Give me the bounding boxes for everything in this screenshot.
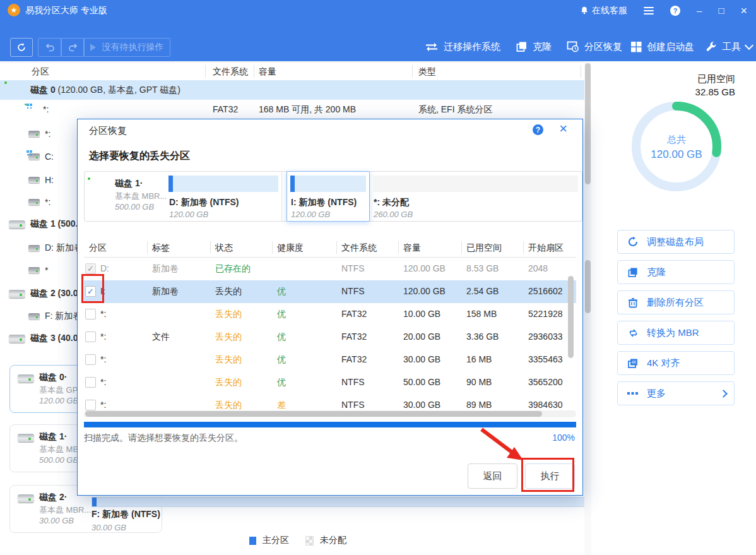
segment-unallocated[interactable]: *: 未分配 260.00 GB bbox=[370, 172, 581, 221]
tree-disk-item[interactable]: 磁盘 3 (40.0 bbox=[9, 333, 78, 344]
tree-partition-item[interactable]: *: bbox=[28, 129, 50, 139]
row-checkbox[interactable] bbox=[85, 331, 96, 342]
used-space-label: 已用空间 bbox=[656, 73, 735, 85]
clone-disk-button[interactable]: 克隆 bbox=[617, 260, 735, 284]
cell-sector: 3355463 bbox=[528, 354, 563, 364]
maximize-button[interactable]: □ bbox=[718, 6, 724, 15]
col-filesystem: 文件系统 bbox=[213, 66, 248, 78]
row-checkbox[interactable] bbox=[85, 309, 96, 319]
segment-d[interactable]: D: 新加卷 (NTFS) 120.00 GB bbox=[165, 172, 282, 221]
cell-status: 丢失的 bbox=[215, 286, 242, 297]
dialog-table-row[interactable]: ✓I:新加卷丢失的优NTFS120.00 GB2.54 GB2516602 bbox=[84, 280, 576, 303]
redo-icon bbox=[68, 43, 78, 52]
chevron-right-icon bbox=[719, 390, 728, 398]
partition-bar-f[interactable] bbox=[92, 497, 585, 507]
minimize-button[interactable]: – bbox=[697, 6, 702, 15]
window-chrome: ★ 易我分区大师 专业版 在线客服 ? – □ × bbox=[0, 0, 756, 61]
legend-unallocated-label: 未分配 bbox=[320, 535, 346, 546]
segment-bar bbox=[290, 176, 366, 192]
disk-icon bbox=[18, 494, 34, 503]
dialog-table-row[interactable]: *:丢失的优FAT3210.00 GB158 MB5221928 bbox=[84, 303, 576, 326]
tools-button[interactable]: 工具 bbox=[706, 38, 752, 56]
tree-partition-item[interactable]: C: bbox=[28, 152, 54, 162]
tree-item-label: *: bbox=[45, 129, 50, 139]
cell-capacity: 20.00 GB bbox=[403, 331, 440, 342]
online-service-label: 在线客服 bbox=[592, 5, 627, 16]
efi-partition-row[interactable]: *: FAT32 168 MB 可用, 共 200 MB 系统, EFI 系统分… bbox=[0, 100, 584, 119]
row-checkbox[interactable]: ✓ bbox=[85, 263, 96, 274]
refresh-button[interactable] bbox=[10, 38, 33, 57]
online-service-button[interactable]: 在线客服 bbox=[580, 5, 627, 16]
titlebar: ★ 易我分区大师 专业版 在线客服 ? – □ × bbox=[0, 0, 756, 21]
create-boot-disk-button[interactable]: 创建启动盘 bbox=[631, 38, 694, 56]
undo-button[interactable] bbox=[38, 38, 62, 57]
dialog-help-icon[interactable]: ? bbox=[533, 124, 543, 135]
dialog-table-row[interactable]: *:丢失的优FAT3230.00 GB16 MB3355463 bbox=[84, 349, 576, 371]
cell-used: 8.53 GB bbox=[466, 263, 499, 273]
tree-partition-item[interactable]: * bbox=[28, 265, 48, 275]
delete-all-partitions-button[interactable]: 删除所有分区 bbox=[617, 290, 735, 314]
legend-primary-label: 主分区 bbox=[263, 535, 289, 546]
menu-icon[interactable] bbox=[644, 7, 654, 15]
clone-button[interactable]: 克隆 bbox=[516, 38, 552, 56]
4k-align-button[interactable]: 4K 4K 对齐 bbox=[617, 351, 735, 375]
tree-disk-item[interactable]: 磁盘 2 (30.0 bbox=[9, 288, 78, 299]
cell-fs: NTFS bbox=[341, 377, 365, 387]
4k-icon: 4K bbox=[627, 357, 639, 369]
disk0-row[interactable]: 磁盘 0 (120.00 GB, 基本盘, GPT 磁盘) bbox=[0, 80, 584, 100]
segment-size: 120.00 GB bbox=[169, 210, 208, 219]
cell-sector: 3565200 bbox=[528, 377, 563, 387]
efi-fs: FAT32 bbox=[213, 104, 238, 114]
secondary-scrollbar-thumb[interactable] bbox=[585, 260, 591, 313]
convert-to-mbr-button[interactable]: 转换为 MBR bbox=[617, 321, 735, 345]
tree-partition-item[interactable]: *: bbox=[28, 197, 50, 207]
redo-button[interactable] bbox=[61, 38, 85, 57]
partition-recovery-button[interactable]: 分区恢复 bbox=[567, 38, 622, 56]
dialog-vscroll-thumb[interactable] bbox=[568, 276, 574, 358]
tree-partition-item[interactable]: F: 新加卷 bbox=[28, 311, 81, 322]
refresh-icon bbox=[16, 42, 27, 52]
back-button[interactable]: 返回 bbox=[468, 463, 517, 489]
migrate-os-button[interactable]: 迁移操作系统 bbox=[425, 38, 500, 56]
row-checkbox[interactable] bbox=[85, 400, 96, 410]
tree-partition-item[interactable]: H: bbox=[28, 175, 54, 185]
dialog-subtitle: 选择要恢复的丢失分区 bbox=[89, 150, 190, 163]
clone-disk-label: 克隆 bbox=[647, 266, 666, 278]
cell-capacity: 120.00 GB bbox=[403, 286, 446, 296]
total-value: 120.00 GB bbox=[625, 148, 728, 161]
bell-icon bbox=[580, 6, 589, 15]
chevron-down-icon bbox=[745, 41, 753, 50]
play-icon bbox=[90, 44, 96, 51]
row-checkbox[interactable] bbox=[85, 377, 96, 388]
dialog-table-row[interactable]: *:文件丢失的优FAT3220.00 GB3.36 GB2936033 bbox=[84, 326, 576, 349]
tree-disk-item[interactable]: 磁盘 1 (500. bbox=[9, 218, 78, 230]
partition-f-label: F: 新加卷 (NTFS) bbox=[92, 509, 160, 519]
segment-bar-unallocated bbox=[373, 176, 578, 192]
row-checkbox[interactable] bbox=[85, 354, 96, 365]
dialog-table-row[interactable]: ✓D:新加卷已存在的NTFS120.00 GB8.53 GB2048 bbox=[84, 258, 576, 280]
app-logo-icon: ★ bbox=[8, 4, 20, 16]
row-checkbox[interactable]: ✓ bbox=[85, 286, 96, 297]
execute-button[interactable]: 执行 bbox=[525, 463, 575, 489]
partition-icon bbox=[28, 245, 40, 251]
dialog-close-icon[interactable]: × bbox=[559, 122, 567, 136]
close-button[interactable]: × bbox=[740, 5, 747, 16]
segment-i-selected[interactable]: I: 新加卷 (NTFS) 120.00 GB bbox=[286, 171, 370, 222]
cell-fs: FAT32 bbox=[341, 309, 367, 319]
tree-item-label: C: bbox=[45, 152, 54, 162]
segment-size: 120.00 GB bbox=[291, 210, 330, 219]
dialog-table: 分区 标签 状态 健康度 文件系统 容量 已用空间 开始扇区 ✓D:新加卷已存在… bbox=[84, 239, 576, 414]
main-scrollbar-thumb[interactable] bbox=[585, 63, 591, 184]
partition-icon bbox=[28, 313, 40, 319]
dialog-hscroll-thumb[interactable] bbox=[85, 411, 542, 417]
adjust-layout-button[interactable]: 调整磁盘布局 bbox=[617, 230, 735, 254]
help-icon[interactable]: ? bbox=[670, 6, 680, 16]
trash-icon bbox=[627, 296, 639, 309]
more-button[interactable]: 更多 bbox=[617, 381, 735, 405]
dialog-table-row[interactable]: *:丢失的优NTFS50.00 GB90 MB3565200 bbox=[84, 371, 576, 394]
partition-recovery-dialog: 分区恢复 ? × 选择要恢复的丢失分区 磁盘 1· 基本盘 MBR... 500… bbox=[77, 119, 583, 496]
main-table-header: 分区 文件系统 容量 类型 bbox=[0, 62, 584, 81]
cell-capacity: 50.00 GB bbox=[403, 377, 440, 387]
tree-partition-item[interactable]: D: 新加卷 bbox=[28, 242, 83, 254]
app-title: 易我分区大师 专业版 bbox=[25, 5, 107, 16]
